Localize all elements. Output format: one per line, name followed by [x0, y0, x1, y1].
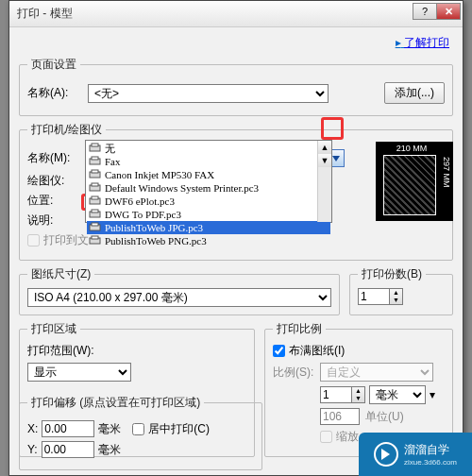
printer-icon — [89, 209, 101, 220]
y-label: Y: — [27, 443, 38, 456]
scale-lineweight-checkbox — [320, 431, 332, 443]
printer-icon — [89, 182, 101, 194]
printer-icon — [89, 235, 101, 246]
printer-icon — [89, 196, 101, 207]
svg-rect-3 — [92, 157, 98, 160]
scale-select: 自定义 — [320, 363, 433, 382]
copies-spinner[interactable]: ▲▼ — [358, 288, 403, 305]
offset-y-input[interactable] — [42, 441, 94, 458]
play-icon — [374, 442, 398, 467]
unit-spinner[interactable]: ▲▼ — [320, 386, 365, 403]
svg-rect-11 — [92, 210, 98, 212]
svg-rect-15 — [92, 236, 98, 239]
titlebar[interactable]: 打印 - 模型 ? ✕ — [9, 1, 463, 27]
copies-input[interactable] — [358, 288, 390, 305]
printer-dropdown[interactable]: 无FaxCanon Inkjet MP530 FAXDefault Window… — [85, 140, 332, 223]
printer-icon — [89, 156, 101, 167]
plot-area-legend: 打印区域 — [27, 321, 80, 337]
dropdown-item[interactable]: PublishToWeb PNG.pc3 — [87, 234, 330, 247]
print-to-file-label: 打印到文 — [43, 232, 89, 248]
x-label: X: — [27, 422, 38, 435]
plot-offset-group: 打印偏移 (原点设置在可打印区域) X: 毫米 居中打印(C) Y: 毫米 — [19, 395, 262, 470]
copies-legend: 打印份数(B) — [358, 266, 426, 282]
svg-rect-13 — [92, 223, 98, 226]
help-button[interactable]: ? — [413, 3, 437, 20]
paper-size-legend: 图纸尺寸(Z) — [27, 266, 94, 282]
plot-scale-legend: 打印比例 — [273, 321, 326, 337]
svg-rect-1 — [92, 144, 98, 146]
window-title: 打印 - 模型 — [17, 6, 73, 22]
dropdown-item[interactable]: PublishToWeb JPG.pc3 — [87, 221, 330, 234]
fit-checkbox[interactable] — [273, 345, 285, 357]
scale-label: 比例(S): — [273, 365, 320, 381]
offset-x-input[interactable] — [42, 420, 94, 437]
paper-size-group: 图纸尺寸(Z) ISO A4 (210.00 x 297.00 毫米) — [19, 266, 340, 315]
watermark: 溜溜自学 zixue.3d66.com — [359, 433, 472, 476]
printer-name-label: 名称(M): — [27, 150, 88, 166]
description-label: 说明: — [27, 212, 88, 229]
svg-rect-9 — [92, 196, 98, 199]
dropdown-item[interactable]: DWF6 ePlot.pc3 — [87, 195, 330, 208]
learn-print-link[interactable]: 了解打印 — [404, 36, 449, 49]
location-label: 位置: — [27, 193, 88, 209]
copies-group: 打印份数(B) ▲▼ — [349, 266, 453, 315]
dropdown-item[interactable]: Fax — [87, 155, 330, 168]
printer-icon — [89, 169, 101, 180]
dropdown-item[interactable]: DWG To PDF.pc3 — [87, 208, 330, 221]
close-button[interactable]: ✕ — [436, 3, 461, 20]
plot-area-label: 打印范围(W): — [27, 343, 246, 359]
plotter-label: 绘图仪: — [27, 173, 88, 189]
den-input — [320, 408, 360, 425]
dropdown-scrollbar[interactable]: ▲▼ — [317, 141, 331, 222]
unit-combo[interactable]: 毫米 — [369, 385, 426, 404]
paper-preview: 210 MM 297 MM — [376, 142, 453, 221]
disclosure-icon: ▸ — [396, 36, 401, 49]
dropdown-item[interactable]: Canon Inkjet MP530 FAX — [87, 168, 330, 181]
print-to-file-checkbox — [27, 234, 40, 246]
plot-area-select[interactable]: 显示 — [27, 363, 131, 382]
page-settings-group: 页面设置 名称(A): <无> 添加(...) — [19, 57, 453, 116]
units-label: 单位(U) — [365, 409, 404, 425]
unit-input[interactable] — [320, 386, 352, 403]
printer-legend: 打印机/绘图仪 — [27, 122, 106, 138]
dropdown-item[interactable]: Default Windows System Printer.pc3 — [87, 181, 330, 195]
plot-offset-legend: 打印偏移 (原点设置在可打印区域) — [27, 395, 204, 411]
center-checkbox[interactable] — [132, 423, 144, 435]
paper-size-select[interactable]: ISO A4 (210.00 x 297.00 毫米) — [27, 288, 331, 307]
page-setup-select[interactable]: <无> — [88, 84, 329, 103]
dropdown-item[interactable]: 无 — [87, 142, 330, 155]
page-settings-legend: 页面设置 — [27, 57, 80, 73]
printer-icon — [89, 222, 101, 233]
name-label: 名称(A): — [27, 85, 88, 101]
svg-rect-5 — [92, 170, 98, 173]
printer-icon — [89, 143, 101, 154]
svg-rect-7 — [92, 183, 98, 186]
add-button[interactable]: 添加(...) — [384, 82, 445, 104]
